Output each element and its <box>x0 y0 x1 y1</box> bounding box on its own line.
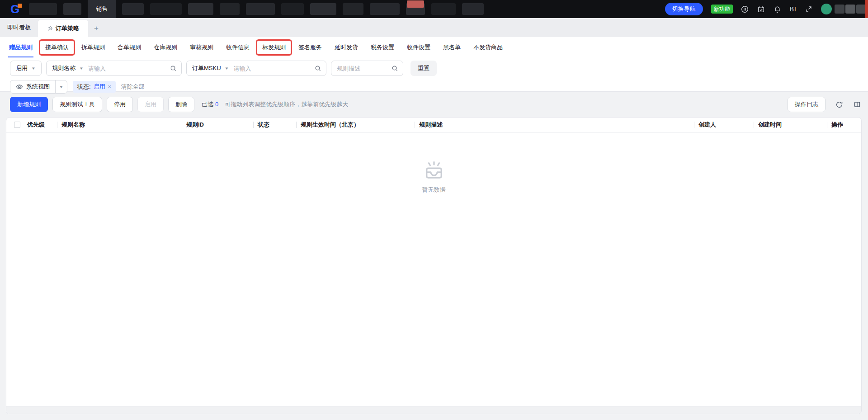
app-logo[interactable]: G <box>0 0 29 18</box>
column-effective-time: 规则生效时间（北京） <box>296 118 415 132</box>
delete-button[interactable]: 删除 <box>168 97 194 112</box>
msku-input[interactable] <box>233 65 310 72</box>
view-select-expand[interactable]: ▼ <box>55 80 67 93</box>
filter-section: 赠品规则 接单确认 拆单规则 合单规则 仓库规则 审核规则 收件信息 标发规则 … <box>0 37 868 92</box>
subtab-recipient-info[interactable]: 收件信息 <box>225 41 250 54</box>
redacted-username <box>835 5 866 14</box>
status-select[interactable]: 启用 ▼ <box>10 61 42 76</box>
redacted-menu-item[interactable] <box>122 3 144 15</box>
user-avatar <box>821 4 832 14</box>
tag-close-icon[interactable]: × <box>108 84 111 90</box>
column-rule-name: 规则名称 <box>57 118 182 132</box>
subtab-bar: 赠品规则 接单确认 拆单规则 合单规则 仓库规则 审核规则 收件信息 标发规则 … <box>0 37 868 57</box>
chevron-down-icon: ▼ <box>31 66 36 71</box>
help-circle-icon[interactable] <box>741 5 749 13</box>
nav-toggle-button[interactable]: 切换导航 <box>665 3 703 15</box>
redacted-menu-item[interactable] <box>281 3 304 15</box>
user-account[interactable] <box>821 4 866 14</box>
column-rule-id: 规则ID <box>182 118 253 132</box>
rule-desc-input[interactable] <box>337 65 387 72</box>
topbar-actions: 切换导航 新功能 BI <box>665 0 868 18</box>
operation-log-button[interactable]: 操作日志 <box>788 97 826 112</box>
subtab-order-confirm[interactable]: 接单确认 <box>44 41 70 54</box>
enable-button: 启用 <box>137 97 164 112</box>
status-select-value: 启用 <box>16 64 28 72</box>
redacted-menu-item[interactable] <box>220 3 240 15</box>
topbar-menu: 销售 <box>29 0 484 18</box>
subtab-gift-rules[interactable]: 赠品规则 <box>8 41 33 54</box>
empty-state: 暂无数据 <box>6 160 861 194</box>
task-calendar-icon[interactable] <box>757 5 765 13</box>
tab-add-button[interactable]: + <box>88 20 104 37</box>
redacted-notification-badge <box>407 0 424 8</box>
msku-field-select[interactable]: 订单MSKU ▼ <box>187 64 233 72</box>
select-all-checkbox-cell <box>6 118 23 132</box>
chevron-down-icon: ▼ <box>59 85 64 89</box>
clear-all-link[interactable]: 清除全部 <box>121 83 145 91</box>
tag-value: 启用 <box>94 83 105 91</box>
rule-desc-filter <box>331 61 403 76</box>
empty-state-text: 暂无数据 <box>422 186 446 194</box>
subtab-tax-settings[interactable]: 税务设置 <box>370 41 395 54</box>
table-header: 优先级 规则名称 规则ID 状态 规则生效时间（北京） 规则描述 创建人 创建时… <box>6 118 861 132</box>
rule-name-filter-group: 规则名称 ▼ <box>46 61 182 76</box>
topbar: G 销售 切换导航 新功能 <box>0 0 868 18</box>
subtab-blacklist[interactable]: 黑名单 <box>442 41 462 54</box>
subtab-merge-rules[interactable]: 合单规则 <box>117 41 142 54</box>
redacted-menu-item[interactable] <box>29 3 57 15</box>
redacted-menu-item[interactable] <box>310 3 336 15</box>
search-icon[interactable] <box>170 65 177 72</box>
selected-label: 已选 <box>202 101 213 108</box>
redacted-menu-item[interactable] <box>406 3 425 15</box>
redacted-menu-item[interactable] <box>370 3 400 15</box>
redacted-menu-item[interactable] <box>246 3 275 15</box>
reset-button[interactable]: 重置 <box>410 61 437 76</box>
tab-order-strategy[interactable]: 订单策略 <box>38 20 88 37</box>
subtab-review-rules[interactable]: 审核规则 <box>189 41 214 54</box>
table-footer-bar <box>6 406 861 414</box>
new-feature-badge[interactable]: 新功能 <box>711 5 733 14</box>
column-creator: 创建人 <box>694 118 754 132</box>
pin-icon[interactable] <box>47 26 53 32</box>
disable-button[interactable]: 停用 <box>107 97 133 112</box>
column-settings-icon[interactable] <box>853 100 862 109</box>
logo-g-icon: G <box>10 3 19 15</box>
redacted-menu-item[interactable] <box>462 3 484 15</box>
tab-dashboard[interactable]: 即时看板 <box>0 18 38 37</box>
rule-name-input[interactable] <box>88 65 165 72</box>
refresh-icon[interactable] <box>835 100 844 109</box>
menu-item-sales[interactable]: 销售 <box>88 0 116 18</box>
chevron-down-icon: ▼ <box>79 66 84 71</box>
redacted-menu-item[interactable] <box>150 3 182 15</box>
msku-filter-group: 订单MSKU ▼ <box>186 61 326 76</box>
search-icon[interactable] <box>315 65 321 72</box>
chevron-down-icon: ▼ <box>225 66 229 71</box>
column-rule-desc: 规则描述 <box>415 118 694 132</box>
subtab-signature-service[interactable]: 签名服务 <box>297 41 323 54</box>
add-rule-button[interactable]: 新增规则 <box>10 97 48 112</box>
select-all-checkbox[interactable] <box>14 122 20 128</box>
subtab-no-ship-products[interactable]: 不发货商品 <box>472 41 504 54</box>
subtab-label-ship-rules[interactable]: 标发规则 <box>261 41 287 54</box>
subtab-warehouse-rules[interactable]: 仓库规则 <box>153 41 178 54</box>
column-actions: 操作 <box>827 118 861 132</box>
table-toolbar: 新增规则 规则测试工具 停用 启用 删除 已选0 可拖动列表调整优先级顺序，越靠… <box>0 92 868 117</box>
column-create-time: 创建时间 <box>754 118 827 132</box>
redacted-menu-item[interactable] <box>188 3 213 15</box>
column-priority: 优先级 <box>23 118 57 132</box>
subtab-split-rules[interactable]: 拆单规则 <box>80 41 106 54</box>
edge-red-strip <box>865 0 868 18</box>
search-icon[interactable] <box>392 65 398 72</box>
msku-select-value: 订单MSKU <box>192 64 221 72</box>
eye-icon <box>16 83 23 90</box>
redacted-menu-item[interactable] <box>431 3 456 15</box>
notification-bell-icon[interactable] <box>774 5 782 13</box>
rule-name-field-select[interactable]: 规则名称 ▼ <box>47 64 88 72</box>
expand-icon[interactable] <box>805 5 813 13</box>
subtab-delayed-shipping[interactable]: 延时发货 <box>334 41 359 54</box>
subtab-parcel-settings[interactable]: 收件设置 <box>406 41 431 54</box>
rule-test-tool-button[interactable]: 规则测试工具 <box>52 97 102 112</box>
bi-link[interactable]: BI <box>790 5 797 13</box>
redacted-menu-item[interactable] <box>343 3 363 15</box>
redacted-menu-item[interactable] <box>63 3 81 15</box>
